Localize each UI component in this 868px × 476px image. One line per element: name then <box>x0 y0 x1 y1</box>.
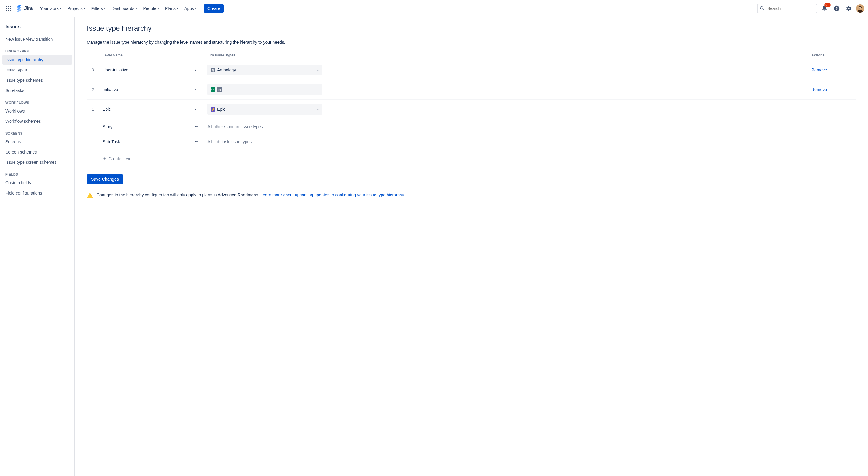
arrow-left-icon[interactable]: ← <box>194 106 199 112</box>
sidebar-link-new-issue-view-transition[interactable]: New issue view transition <box>2 34 72 44</box>
chevron-down-icon: ▾ <box>84 7 85 10</box>
issue-type-select[interactable]: ⚡Epic⌄ <box>208 104 322 115</box>
search-input[interactable] <box>757 4 817 13</box>
notifications-icon[interactable]: 9+ <box>820 4 829 13</box>
nav-item-projects[interactable]: Projects▾ <box>65 5 88 12</box>
nav-item-people[interactable]: People▾ <box>141 5 161 12</box>
issue-types-cell: ⚡Epic⌄ <box>204 99 808 119</box>
col-header-num: # <box>87 51 99 60</box>
chevron-down-icon: ▾ <box>195 7 197 10</box>
arrow-left-icon[interactable]: ← <box>194 87 199 93</box>
level-name[interactable]: Uber-initiative <box>99 60 189 80</box>
sidebar-group-screens: Screens <box>2 127 72 137</box>
nav-item-label: Filters <box>91 6 103 11</box>
chevron-down-icon: ▾ <box>60 7 61 10</box>
table-row: 1Epic←⚡Epic⌄ <box>87 99 856 119</box>
create-level-label: Create Level <box>108 156 132 161</box>
sidebar-item-issue-types[interactable]: Issue types <box>2 65 72 75</box>
sidebar-item-workflows[interactable]: Workflows <box>2 106 72 116</box>
sidebar-item-custom-fields[interactable]: Custom fields <box>2 178 72 188</box>
create-level-button[interactable]: ＋ Create Level <box>102 153 132 164</box>
nav-item-your-work[interactable]: Your work▾ <box>37 5 64 12</box>
remove-button[interactable]: Remove <box>811 67 827 72</box>
issue-type-name: Anthology <box>217 67 236 72</box>
sidebar-item-issue-type-schemes[interactable]: Issue type schemes <box>2 76 72 85</box>
level-name[interactable]: Story <box>99 119 189 134</box>
jira-logo[interactable]: Jira <box>16 5 33 12</box>
level-name[interactable]: Sub-Task <box>99 134 189 149</box>
layout: Issues New issue view transition Issue t… <box>0 17 868 476</box>
sidebar-item-field-configurations[interactable]: Field configurations <box>2 188 72 198</box>
table-row: Story←All other standard issue types <box>87 119 856 134</box>
table-row: 3Uber-initiative←◎Anthology⌄Remove <box>87 60 856 80</box>
sidebar-item-sub-tasks[interactable]: Sub-tasks <box>2 86 72 95</box>
col-header-arrow <box>189 51 204 60</box>
sidebar-item-issue-type-hierarchy[interactable]: Issue type hierarchy <box>2 55 72 64</box>
level-name[interactable]: Epic <box>99 99 189 119</box>
col-header-actions: Actions <box>808 51 856 60</box>
topnav-right: 9+ ? <box>757 4 864 13</box>
main-content: Issue type hierarchy Manage the issue ty… <box>75 17 868 476</box>
nav-item-dashboards[interactable]: Dashboards▾ <box>109 5 140 12</box>
svg-text:?: ? <box>835 6 838 10</box>
save-changes-button[interactable]: Save Changes <box>87 174 123 184</box>
chevron-down-icon: ▾ <box>104 7 105 10</box>
warning-text: Changes to the hierarchy configuration w… <box>96 192 260 197</box>
table-row: 2Initiative←LE◎⌄Remove <box>87 80 856 99</box>
chevron-down-icon: ▾ <box>135 7 137 10</box>
topnav-left: Jira Your work▾Projects▾Filters▾Dashboar… <box>4 4 224 13</box>
col-header-types: Jira Issue Types <box>204 51 808 60</box>
search-icon <box>760 5 764 11</box>
sidebar-item-workflow-schemes[interactable]: Workflow schemes <box>2 116 72 126</box>
actions-cell <box>808 119 856 134</box>
search-box <box>757 4 817 13</box>
level-name[interactable]: Initiative <box>99 80 189 99</box>
plus-icon: ＋ <box>102 156 107 161</box>
issue-type-badge-icon: ◎ <box>217 87 222 92</box>
arrow-left-icon[interactable]: ← <box>194 139 199 145</box>
actions-cell: Remove <box>808 60 856 80</box>
nav-item-label: Projects <box>67 6 83 11</box>
app-switcher-icon[interactable] <box>4 4 13 13</box>
sidebar-item-screens[interactable]: Screens <box>2 137 72 147</box>
issue-type-select[interactable]: ◎Anthology⌄ <box>208 64 322 76</box>
nav-item-label: People <box>143 6 156 11</box>
nav-item-label: Plans <box>165 6 176 11</box>
nav-item-apps[interactable]: Apps▾ <box>182 5 199 12</box>
help-icon[interactable]: ? <box>832 4 841 13</box>
issue-types-cell: All sub-task issue types <box>204 134 808 149</box>
issue-types-cell: LE◎⌄ <box>204 80 808 99</box>
svg-line-1 <box>763 9 764 10</box>
top-nav: Jira Your work▾Projects▾Filters▾Dashboar… <box>0 0 868 17</box>
issue-types-static: All sub-task issue types <box>208 139 251 144</box>
sidebar-group-workflows: Workflows <box>2 96 72 106</box>
user-avatar[interactable] <box>856 4 864 13</box>
issue-type-name: Epic <box>217 107 225 112</box>
nav-item-plans[interactable]: Plans▾ <box>162 5 181 12</box>
sidebar-item-issue-type-screen-schemes[interactable]: Issue type screen schemes <box>2 157 72 167</box>
sidebar-item-screen-schemes[interactable]: Screen schemes <box>2 147 72 157</box>
issue-types-static: All other standard issue types <box>208 124 263 129</box>
nav-item-filters[interactable]: Filters▾ <box>89 5 108 12</box>
issue-type-badge-icon: ⚡ <box>211 107 215 112</box>
sidebar-heading: Issues <box>2 24 72 34</box>
arrow-left-icon[interactable]: ← <box>194 67 199 73</box>
settings-icon[interactable] <box>844 4 854 13</box>
sidebar-group-issue-types: Issue types <box>2 44 72 55</box>
chevron-down-icon: ▾ <box>157 7 159 10</box>
nav-item-label: Apps <box>184 6 194 11</box>
actions-cell <box>808 134 856 149</box>
remove-button[interactable]: Remove <box>811 87 827 92</box>
create-button[interactable]: Create <box>204 4 224 13</box>
sidebar: Issues New issue view transition Issue t… <box>0 17 75 476</box>
hierarchy-table: # Level Name Jira Issue Types Actions 3U… <box>87 51 856 168</box>
actions-cell: Remove <box>808 80 856 99</box>
table-row: Sub-Task←All sub-task issue types <box>87 134 856 149</box>
chevron-down-icon: ▾ <box>177 7 178 10</box>
issue-types-cell: All other standard issue types <box>204 119 808 134</box>
warning-link[interactable]: Learn more about upcoming updates to con… <box>260 192 405 197</box>
jira-icon <box>16 5 23 12</box>
svg-point-7 <box>859 7 861 9</box>
arrow-left-icon[interactable]: ← <box>194 123 199 129</box>
issue-type-select[interactable]: LE◎⌄ <box>208 84 322 95</box>
